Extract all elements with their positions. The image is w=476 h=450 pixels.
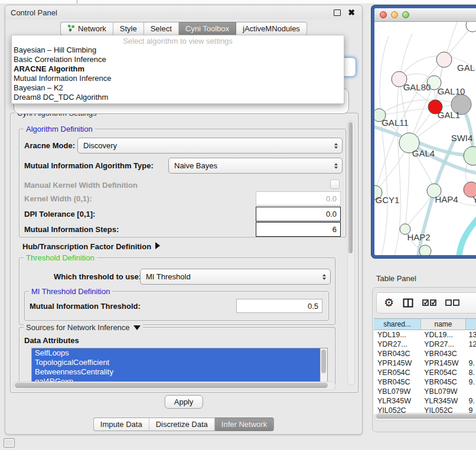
table-cell[interactable]: [465, 387, 476, 396]
tab-style[interactable]: Style: [113, 22, 144, 35]
table-cell[interactable]: YLR345W: [374, 396, 420, 406]
algorithm-option-mutual-information-inference[interactable]: Mutual Information Inference: [12, 74, 344, 83]
table-cell[interactable]: YER054C: [374, 368, 420, 377]
algorithm-option-bayesian-k2[interactable]: Bayesian – K2: [12, 83, 344, 93]
table-cell[interactable]: YDR27...: [420, 340, 465, 349]
table-cell[interactable]: YDR27...: [374, 340, 420, 349]
scrollbar-thumb[interactable]: [376, 414, 476, 419]
algorithm-option-basic-correlation-inference[interactable]: Basic Correlation Inference: [12, 55, 344, 64]
table-cell[interactable]: 12: [465, 340, 476, 349]
network-view-window[interactable]: GALGAL80GAL10GAL1GAL11GAL4SWI4GCY1HAP4YH…: [371, 5, 476, 259]
combo-stepper-icon: [322, 274, 326, 280]
node-label-gal10: GAL10: [438, 86, 465, 96]
algorithm-option-dream8-dc-tdc-algorithm[interactable]: Dream8 DC_TDC Algorithm: [12, 93, 344, 102]
tab-jactivemnodules[interactable]: jActiveMNodules: [236, 22, 307, 35]
table-row[interactable]: YBR043CYBR043C: [374, 349, 476, 358]
table-row[interactable]: YDL19...YDL19...13: [374, 330, 476, 340]
dpi-tolerance-field[interactable]: 0.0: [256, 207, 341, 221]
scrollbar-thumb[interactable]: [321, 350, 326, 373]
tab-impute-data[interactable]: Impute Data: [93, 418, 149, 431]
table-cell[interactable]: YBR043C: [374, 349, 420, 358]
manual-kernel-width-label: Manual Kernel Width Definition: [24, 181, 138, 190]
attribute-item-betweennesscentrality[interactable]: BetweennessCentrality: [32, 367, 321, 377]
attribute-item-topologicalcoefficient[interactable]: TopologicalCoefficient: [32, 358, 321, 367]
table-cell[interactable]: YBR043C: [420, 349, 465, 358]
table-cell[interactable]: [465, 349, 476, 358]
column-header-a[interactable]: A: [466, 318, 476, 330]
table-cell[interactable]: 9.: [465, 358, 476, 368]
control-panel-titlebar: Control Panel ✖: [5, 5, 362, 19]
network-icon: [67, 24, 75, 34]
cyni-algorithm-settings-group: Cyni Algorithm Settings Algorithm Defini…: [10, 113, 358, 393]
table-cell[interactable]: YPR145W: [420, 358, 465, 368]
apply-button[interactable]: Apply: [165, 395, 203, 409]
tab-network[interactable]: Network: [60, 22, 113, 35]
settings-vertical-scrollbar[interactable]: [347, 120, 355, 385]
table-cell[interactable]: YPR145W: [374, 358, 420, 368]
table-toolbar: ⚙: [376, 292, 476, 314]
table-cell[interactable]: 9.: [465, 377, 476, 387]
table-cell[interactable]: YBR045C: [374, 377, 420, 387]
aracne-mode-combo[interactable]: Discovery: [77, 138, 343, 154]
network-node[interactable]: [466, 22, 476, 32]
column-header-shared[interactable]: shared...: [374, 318, 421, 330]
table-cell[interactable]: YBL079W: [374, 387, 420, 396]
table-row[interactable]: YLR345WYLR345W9.: [374, 396, 476, 406]
columns-icon[interactable]: [403, 298, 413, 308]
table-cell[interactable]: YER054C: [420, 368, 465, 377]
table-header-row: shared...nameA: [374, 318, 476, 330]
hub-definition-expander[interactable]: Hub/Transcription Factor Definition: [22, 242, 160, 251]
close-icon[interactable]: [380, 11, 387, 18]
select-all-columns-icon[interactable]: [422, 299, 436, 306]
table-cell[interactable]: YDL19...: [420, 330, 465, 340]
mi-threshold-label: Mutual Information Threshold:: [30, 302, 141, 311]
network-node-gal[interactable]: [436, 52, 452, 67]
table-row[interactable]: YPR145WYPR145W9.: [374, 358, 476, 368]
tab-cyni-toolbox[interactable]: Cyni Toolbox: [179, 22, 236, 35]
attribute-item-selfloops[interactable]: SelfLoops: [32, 348, 321, 358]
column-header-name[interactable]: name: [421, 318, 466, 330]
tab-discretize-data[interactable]: Discretize Data: [149, 418, 215, 431]
table-horizontal-scrollbar[interactable]: [375, 413, 476, 421]
network-canvas[interactable]: GALGAL80GAL10GAL1GAL11GAL4SWI4GCY1HAP4YH…: [374, 22, 476, 255]
which-threshold-combo[interactable]: MI Threshold: [140, 269, 331, 285]
expander-expanded-icon: [133, 325, 141, 330]
sources-group-title[interactable]: Sources for Network Inference: [24, 323, 143, 332]
algorithm-option-aracne-algorithm[interactable]: ARACNE Algorithm: [12, 64, 344, 74]
table-cell[interactable]: YDL19...: [374, 330, 420, 340]
dock-panel-icon[interactable]: [4, 438, 15, 448]
mi-threshold-field[interactable]: 0.5: [236, 299, 322, 313]
tab-select[interactable]: Select: [144, 22, 179, 35]
table-row[interactable]: YDR27...YDR27...12: [374, 340, 476, 349]
algorithm-placeholder: Select algorithm to view settings: [12, 37, 344, 45]
dpi-tolerance-label: DPI Tolerance [0,1]:: [24, 210, 95, 219]
table-cell[interactable]: 13: [465, 330, 476, 340]
float-window-icon[interactable]: [334, 9, 341, 16]
table-cell[interactable]: YBL079W: [420, 387, 465, 396]
network-node-swi4[interactable]: [464, 146, 476, 165]
mi-steps-field[interactable]: 6: [256, 222, 341, 237]
table-row[interactable]: YBR045CYBR045C9.: [374, 377, 476, 387]
table-cell[interactable]: YBR045C: [420, 377, 465, 387]
zoom-icon[interactable]: [402, 11, 409, 18]
network-node[interactable]: [419, 245, 431, 255]
table-cell[interactable]: YLR345W: [420, 396, 465, 406]
node-label-y: Y: [472, 194, 476, 204]
table-cell[interactable]: 9.: [465, 396, 476, 406]
kernel-width-field[interactable]: 0.0: [256, 191, 341, 206]
algorithm-option-bayesian-hill-climbing[interactable]: Bayesian – Hill Climbing: [12, 45, 344, 55]
table-cell[interactable]: 8.: [465, 368, 476, 377]
unselect-all-columns-icon[interactable]: [445, 299, 459, 306]
minimize-icon[interactable]: [391, 11, 398, 18]
table-row[interactable]: YBL079WYBL079W: [374, 387, 476, 396]
manual-kernel-width-checkbox[interactable]: [330, 180, 340, 189]
scrollbar-thumb[interactable]: [15, 383, 328, 388]
control-panel: Control Panel ✖ NetworkStyleSelectCyni T…: [5, 5, 363, 435]
close-icon[interactable]: ✖: [348, 9, 355, 15]
gear-icon[interactable]: ⚙: [384, 298, 394, 308]
table-row[interactable]: YER054CYER054C8.: [374, 368, 476, 377]
scrollbar-thumb[interactable]: [348, 122, 353, 253]
tab-infer-network[interactable]: Infer Network: [215, 418, 274, 431]
settings-horizontal-scrollbar[interactable]: [13, 381, 335, 390]
mi-algorithm-type-combo[interactable]: Naive Bayes: [168, 158, 343, 174]
